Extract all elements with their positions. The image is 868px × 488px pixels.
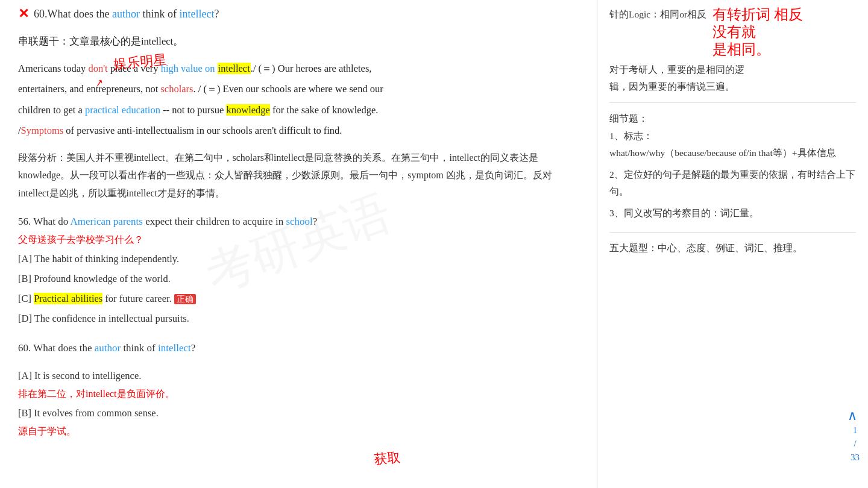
correct-badge: 正确	[174, 294, 196, 304]
intellect-highlight: intellect	[218, 63, 251, 74]
right-panel: 针的Logic：相同or相反 有转折词 相反没有就是相同。 对于考研人，重要的是…	[597, 0, 868, 488]
detail-item-4: 3、同义改写的考察目的：词汇量。	[609, 205, 856, 222]
logic-content: 对于考研人，重要的是相同的逻辑，因为重要的事情说三遍。	[609, 61, 856, 95]
right-logic-row: 针的Logic：相同or相反 有转折词 相反没有就是相同。	[609, 6, 856, 58]
hw-acquire-annotation: 获取	[373, 446, 401, 472]
q56-option-b: [B] Profound knowledge of the world.	[18, 269, 579, 289]
q60-option-a: [A] It is second to intelligence.	[18, 366, 579, 386]
detail-title: 细节题：	[609, 110, 856, 128]
right-logic-section: 针的Logic：相同or相反 有转折词 相反没有就是相同。 对于考研人，重要的是…	[609, 6, 856, 95]
q56-chinese-text: 父母送孩子去学校学习什么？	[18, 234, 143, 245]
q56-section: 56. What do American parents expect thei…	[18, 213, 579, 328]
q56-chinese: 父母送孩子去学校学习什么？	[18, 231, 579, 249]
practical-abilities: Practical abilities	[34, 293, 102, 304]
divider-1	[609, 102, 856, 103]
five-types-section: 五大题型：中心、态度、例证、词汇、推理。	[609, 240, 856, 257]
page-indicator: 1 / 33	[851, 424, 860, 465]
divider-2	[609, 232, 856, 233]
detail-item-1: 1、标志：	[609, 128, 856, 145]
current-page: 1	[853, 425, 858, 435]
page-separator: /	[854, 439, 856, 448]
analysis-block: 段落分析：美国人并不重视intellect。在第二句中，scholars和int…	[18, 149, 579, 202]
q60-option-a-chinese: 排在第二位，对intellect是负面评价。	[18, 386, 579, 403]
serial-question: 串联题干：文章最核心的是intellect。	[18, 33, 579, 51]
practical-education: practical education	[85, 104, 160, 116]
q56-option-c: [C] Practical abilities for future caree…	[18, 289, 579, 308]
main-text-block: Americans today don't place a very high …	[18, 60, 579, 140]
detail-question-section: 细节题： 1、标志： what/how/why（because/because …	[609, 110, 856, 221]
author-link: author	[112, 8, 140, 20]
text-line-3: children to get a practical education --…	[18, 101, 579, 120]
logic-prefix: 针的Logic：相同or相反	[609, 6, 706, 23]
dont-red: don't	[88, 63, 107, 74]
symptoms-red: Symptoms	[21, 125, 64, 136]
q60-bottom-line: 60. What does the author think of intell…	[18, 339, 579, 358]
q60-option-b-chinese: 源自于学试。	[18, 423, 579, 440]
q56-question-line: 56. What do American parents expect thei…	[18, 213, 579, 231]
hw-right-big: 有转折词 相反没有就是相同。	[712, 6, 803, 58]
analysis-text: 段落分析：美国人并不重视intellect。在第二句中，scholars和int…	[18, 152, 552, 198]
left-panel: 考研英语 ✕ 60.What does the author think of …	[0, 0, 597, 488]
american-parents-link: American parents	[71, 216, 143, 227]
knowledge-highlight: knowledge	[226, 104, 269, 116]
q60-author-link: author	[95, 342, 121, 354]
scholars-red: scholars	[160, 83, 193, 95]
text-line-2: entertainers, and entrepreneurs, not sch…	[18, 80, 579, 99]
text-line-4: /Symptoms of pervasive anti-intellectual…	[18, 122, 579, 140]
high-value-blue: high value on	[161, 63, 215, 74]
detail-item-3: 2、定位好的句子是解题的最为重要的依据，有时结合上下句。	[609, 166, 856, 200]
school-link: school	[286, 216, 312, 227]
total-pages: 33	[851, 452, 860, 462]
q56-option-a: [A] The habit of thinking independently.	[18, 249, 579, 269]
q56-option-d: [D] The confidence in intellectual pursu…	[18, 308, 579, 328]
q60-intellect-link: intellect	[158, 342, 191, 354]
text-line-1: Americans today don't place a very high …	[18, 60, 579, 78]
q60-bottom-section: 60. What does the author think of intell…	[18, 339, 579, 440]
question-header: ✕ 60.What does the author think of intel…	[18, 6, 579, 22]
q60-title: 60.What does the author think of intelle…	[34, 8, 219, 20]
x-mark-icon: ✕	[18, 6, 29, 22]
q60-option-b: [B] It evolves from common sense.	[18, 403, 579, 423]
intellect-link: intellect	[179, 8, 214, 20]
detail-item-2: what/how/why（because/because of/in that等…	[609, 145, 856, 161]
five-types-title: 五大题型：中心、态度、例证、词汇、推理。	[609, 240, 856, 257]
